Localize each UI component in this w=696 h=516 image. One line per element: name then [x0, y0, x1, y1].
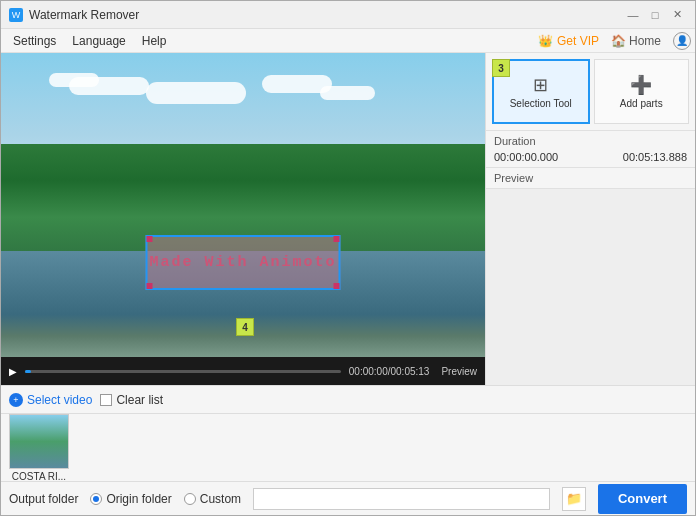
browse-folder-button[interactable]: 📁 — [562, 487, 586, 511]
output-path-input[interactable] — [253, 488, 550, 510]
step4-badge: 4 — [236, 318, 254, 336]
clear-list-checkbox[interactable]: Clear list — [100, 393, 163, 407]
close-button[interactable]: ✕ — [667, 5, 687, 25]
preview-area: Preview — [486, 167, 695, 385]
add-parts-button[interactable]: ➕ Add parts — [594, 59, 690, 124]
step3-badge: 3 — [492, 59, 510, 77]
get-vip-label: Get VIP — [557, 34, 599, 48]
video-panel: 4 Made With Animoto ▶ 00:00:00/00:05:13 — [1, 53, 485, 385]
custom-label: Custom — [200, 492, 241, 506]
preview-button[interactable]: Preview — [441, 366, 477, 377]
cloud — [320, 86, 375, 100]
radio-circle-custom — [184, 493, 196, 505]
duration-start: 00:00:00.000 — [494, 151, 558, 163]
selection-tool-icon: ⊞ — [533, 74, 548, 96]
title-bar: W Watermark Remover — □ ✕ — [1, 1, 695, 29]
app-icon: W — [9, 8, 23, 22]
menu-help[interactable]: Help — [134, 32, 175, 50]
duration-section: Duration 00:00:00.000 00:05:13.888 — [486, 130, 695, 167]
preview-label: Preview — [486, 168, 695, 189]
file-name: COSTA RI... — [9, 471, 69, 482]
window-title: Watermark Remover — [29, 8, 623, 22]
origin-folder-label: Origin folder — [106, 492, 171, 506]
home-icon: 🏠 — [611, 34, 626, 48]
custom-radio[interactable]: Custom — [184, 492, 241, 506]
menu-bar: Settings Language Help 👑 Get VIP 🏠 Home … — [1, 29, 695, 53]
play-button[interactable]: ▶ — [9, 366, 17, 377]
output-bar: Output folder Origin folder Custom 📁 Con… — [1, 481, 695, 515]
menu-right: 👑 Get VIP 🏠 Home 👤 — [538, 32, 691, 50]
video-display: 4 Made With Animoto — [1, 53, 485, 357]
main-area: 4 Made With Animoto ▶ 00:00:00/00:05:13 — [1, 53, 695, 385]
user-icon[interactable]: 👤 — [673, 32, 691, 50]
output-folder-label: Output folder — [9, 492, 78, 506]
select-video-button[interactable]: + Select video — [9, 393, 92, 407]
folder-icon: 📁 — [566, 491, 582, 506]
watermark-text: Made With Animoto — [149, 254, 336, 271]
time-display: 00:00:00/00:05:13 — [349, 366, 430, 377]
menu-settings[interactable]: Settings — [5, 32, 64, 50]
duration-title: Duration — [494, 135, 687, 147]
watermark-selection-box[interactable]: Made With Animoto — [146, 235, 341, 290]
resize-handle-tl[interactable] — [147, 236, 153, 242]
right-panel: 3 ⊞ Selection Tool ➕ Add parts Duration … — [485, 53, 695, 385]
list-item[interactable]: COSTA RI... — [9, 414, 69, 482]
file-thumbnail — [9, 414, 69, 469]
radio-circle-origin — [90, 493, 102, 505]
progress-fill — [25, 370, 31, 373]
file-list: COSTA RI... — [1, 413, 695, 481]
selection-tool-button[interactable]: 3 ⊞ Selection Tool — [492, 59, 590, 124]
select-video-label: Select video — [27, 393, 92, 407]
duration-times: 00:00:00.000 00:05:13.888 — [494, 151, 687, 163]
cloud — [146, 82, 246, 104]
duration-end: 00:05:13.888 — [623, 151, 687, 163]
window-controls: — □ ✕ — [623, 5, 687, 25]
video-background — [1, 53, 485, 357]
selection-tool-label: Selection Tool — [510, 98, 572, 109]
app-window: W Watermark Remover — □ ✕ Settings Langu… — [0, 0, 696, 516]
bottom-bar: + Select video Clear list — [1, 385, 695, 413]
add-parts-icon: ➕ — [630, 74, 652, 96]
menu-language[interactable]: Language — [64, 32, 133, 50]
origin-folder-radio[interactable]: Origin folder — [90, 492, 171, 506]
radio-group: Origin folder Custom — [90, 492, 241, 506]
convert-button[interactable]: Convert — [598, 484, 687, 514]
video-controls: ▶ 00:00:00/00:05:13 Preview — [1, 357, 485, 385]
checkbox-icon — [100, 394, 112, 406]
maximize-button[interactable]: □ — [645, 5, 665, 25]
add-parts-label: Add parts — [620, 98, 663, 109]
tools-row: 3 ⊞ Selection Tool ➕ Add parts — [486, 53, 695, 130]
clear-list-label: Clear list — [116, 393, 163, 407]
preview-content — [486, 189, 695, 385]
resize-handle-tr[interactable] — [334, 236, 340, 242]
get-vip-button[interactable]: 👑 Get VIP — [538, 34, 599, 48]
resize-handle-bl[interactable] — [147, 283, 153, 289]
home-button[interactable]: 🏠 Home — [611, 34, 661, 48]
resize-handle-br[interactable] — [334, 283, 340, 289]
crown-icon: 👑 — [538, 34, 553, 48]
add-icon: + — [9, 393, 23, 407]
progress-bar[interactable] — [25, 370, 341, 373]
cloud — [49, 73, 99, 87]
minimize-button[interactable]: — — [623, 5, 643, 25]
home-label: Home — [629, 34, 661, 48]
